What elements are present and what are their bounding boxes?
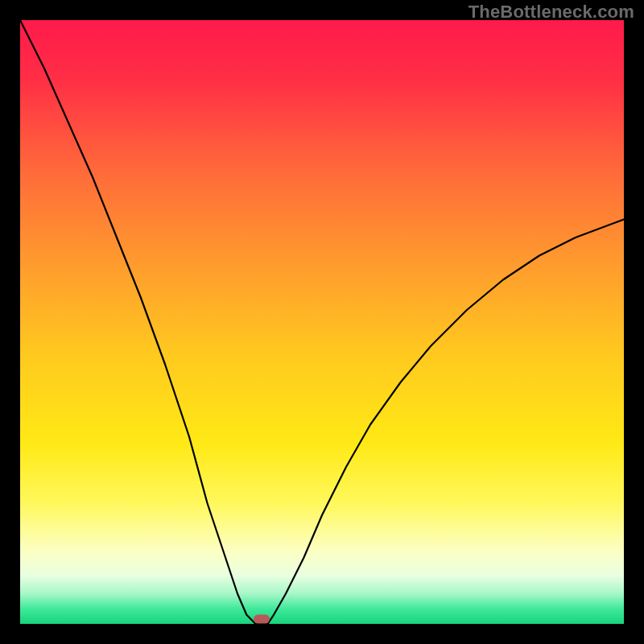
optimal-point-marker (254, 615, 270, 624)
plot-svg (20, 20, 624, 624)
gradient-background (20, 20, 624, 624)
watermark-text: TheBottleneck.com (469, 2, 634, 23)
plot-area (20, 20, 624, 624)
chart-frame: TheBottleneck.com (0, 0, 644, 644)
